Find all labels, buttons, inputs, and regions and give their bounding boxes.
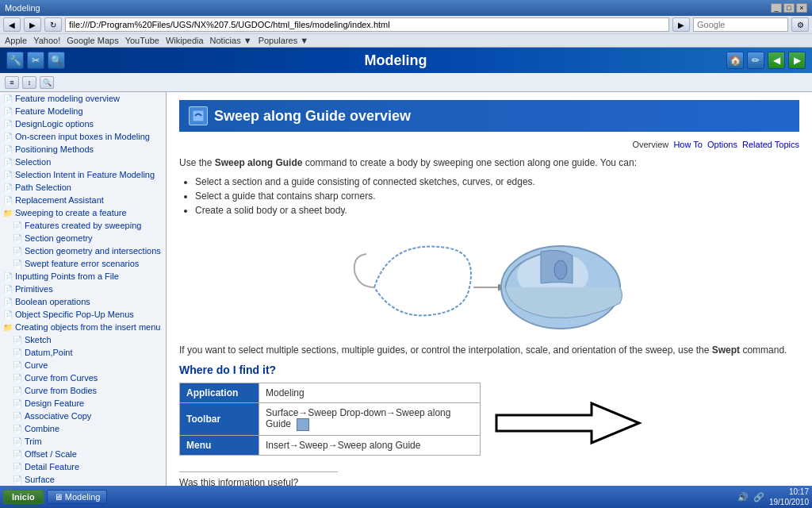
nav-prev-btn[interactable]: ◀ bbox=[768, 52, 785, 69]
taskbar: Inicio 🖥 Modeling 🔊 🔗 10:17 19/10/2010 bbox=[0, 486, 812, 508]
main-layout: 📄 Feature modeling overview 📄 Feature Mo… bbox=[0, 92, 812, 489]
sidebar-item-section-intersections[interactable]: 📄 Section geometry and intersections bbox=[0, 244, 166, 257]
sidebar-item-onscreen[interactable]: 📄 On-screen input boxes in Modeling bbox=[0, 130, 166, 143]
nav-next-btn[interactable]: ▶ bbox=[788, 52, 806, 69]
stb-btn-2[interactable]: ↕ bbox=[22, 76, 36, 89]
sidebar-item-offset-scale[interactable]: 📄 Offset / Scale bbox=[0, 448, 166, 460]
table-label-menu: Menu bbox=[180, 436, 259, 456]
table-row-menu: Menu Insert→Sweep→Sweep along Guide bbox=[180, 436, 481, 456]
doc-icon: 📄 bbox=[13, 221, 22, 230]
doc-icon: 📄 bbox=[3, 158, 13, 167]
wikipedia-bookmark[interactable]: Wikipedia bbox=[166, 36, 204, 45]
page-header: Sweep along Guide overview bbox=[179, 100, 799, 132]
maximize-btn[interactable]: □ bbox=[783, 3, 795, 13]
taskbar-item-modeling[interactable]: 🖥 Modeling bbox=[47, 490, 108, 504]
sidebar-item-section-geom[interactable]: 📄 Section geometry bbox=[0, 232, 166, 244]
sidebar-item-curve-from-bodies[interactable]: 📄 Curve from Bodies bbox=[0, 384, 166, 397]
youtube-bookmark[interactable]: YouTube bbox=[125, 36, 159, 45]
bullet-item-3: Create a solid body or a sheet body. bbox=[195, 205, 799, 216]
options-link[interactable]: Options bbox=[707, 140, 737, 149]
sidebar-item-swept-error[interactable]: 📄 Swept feature error scenarios bbox=[0, 257, 166, 270]
overview-links: Overview How To Options Related Topics bbox=[179, 140, 799, 149]
sidebar-item-primitives[interactable]: 📄 Primitives bbox=[0, 283, 166, 295]
tool-btn-3[interactable]: 🔍 bbox=[48, 52, 65, 69]
doc-icon: 📄 bbox=[13, 399, 22, 408]
doc-icon: 📄 bbox=[3, 120, 13, 129]
populares-bookmark[interactable]: Populares ▼ bbox=[259, 36, 308, 45]
nav-bar: ◀ ▶ ↻ ▶ ⚙ bbox=[0, 16, 812, 33]
how-to-link[interactable]: How To bbox=[673, 140, 702, 149]
table-value-menu: Insert→Sweep→Sweep along Guide bbox=[259, 436, 481, 456]
doc-icon: 📄 bbox=[13, 463, 22, 471]
search-input[interactable] bbox=[693, 17, 788, 32]
sidebar-item-path-selection[interactable]: 📄 Path Selection bbox=[0, 181, 166, 194]
forward-btn[interactable]: ▶ bbox=[24, 17, 41, 32]
sidebar-item-creating-objects[interactable]: 📁 Creating objects from the insert menu bbox=[0, 321, 166, 333]
sidebar-item-positioning[interactable]: 📄 Positioning Methods bbox=[0, 143, 166, 156]
yahoo-bookmark[interactable]: Yahoo! bbox=[33, 36, 60, 45]
page-title: Sweep along Guide overview bbox=[214, 108, 411, 125]
sidebar-item-design-feature[interactable]: 📄 Design Feature bbox=[0, 397, 166, 410]
folder-icon: 📁 bbox=[3, 209, 13, 217]
doc-icon: 📄 bbox=[3, 107, 13, 116]
googlemaps-bookmark[interactable]: Google Maps bbox=[67, 36, 118, 45]
bookmarks-bar: Apple Yahoo! Google Maps YouTube Wikiped… bbox=[0, 33, 812, 47]
sidebar-item-surface[interactable]: 📄 Surface bbox=[0, 473, 166, 486]
sidebar-item-feature-modeling-overview[interactable]: 📄 Feature modeling overview bbox=[0, 92, 166, 105]
sidebar-item-inputting-points[interactable]: 📄 Inputting Points from a File bbox=[0, 270, 166, 283]
apple-bookmark[interactable]: Apple bbox=[5, 36, 27, 45]
noticias-bookmark[interactable]: Noticias ▼ bbox=[210, 36, 252, 45]
stb-btn-3[interactable]: 🔍 bbox=[40, 76, 54, 89]
reload-btn[interactable]: ↻ bbox=[44, 17, 62, 32]
sidebar-item-designlogic[interactable]: 📄 DesignLogic options bbox=[0, 117, 166, 130]
sidebar-item-curve-from-curves[interactable]: 📄 Curve from Curves bbox=[0, 371, 166, 384]
stb-btn-1[interactable]: ≡ bbox=[5, 76, 19, 89]
tool-btn-1[interactable]: 🔧 bbox=[6, 52, 24, 69]
sidebar-item-selection-intent[interactable]: 📄 Selection Intent in Feature Modeling bbox=[0, 168, 166, 181]
sidebar-item-curve[interactable]: 📄 Curve bbox=[0, 359, 166, 371]
home-btn[interactable]: 🏠 bbox=[726, 52, 744, 69]
table-value-application: Modeling bbox=[259, 383, 481, 403]
doc-icon: 📄 bbox=[3, 171, 13, 179]
sidebar-item-selection[interactable]: 📄 Selection bbox=[0, 156, 166, 168]
doc-icon: 📄 bbox=[13, 348, 22, 357]
window-controls[interactable]: _ □ × bbox=[771, 3, 807, 13]
minimize-btn[interactable]: _ bbox=[771, 3, 782, 13]
doc-icon: 📄 bbox=[13, 247, 22, 256]
settings-btn[interactable]: ⚙ bbox=[791, 17, 809, 32]
app-header: 🔧 ✂ 🔍 Modeling 🏠 ✏ ◀ ▶ bbox=[0, 48, 812, 73]
doc-icon: 📄 bbox=[13, 336, 22, 344]
pencil-btn[interactable]: ✏ bbox=[747, 52, 764, 69]
svg-rect-0 bbox=[193, 110, 204, 121]
diagram-area bbox=[179, 224, 799, 335]
sidebar-item-feature-modeling[interactable]: 📄 Feature Modeling bbox=[0, 105, 166, 117]
taskbar-clock: 10:17 19/10/2010 bbox=[769, 487, 809, 507]
related-topics-link[interactable]: Related Topics bbox=[742, 140, 799, 149]
address-bar[interactable] bbox=[65, 17, 669, 32]
sidebar-item-associative-copy[interactable]: 📄 Associative Copy bbox=[0, 410, 166, 422]
back-btn[interactable]: ◀ bbox=[3, 17, 21, 32]
tool-btn-2[interactable]: ✂ bbox=[27, 52, 44, 69]
svg-marker-5 bbox=[496, 403, 639, 443]
sidebar-item-sketch[interactable]: 📄 Sketch bbox=[0, 333, 166, 346]
sidebar-item-replacement[interactable]: 📄 Replacement Assistant bbox=[0, 194, 166, 206]
table-row-toolbar: Toolbar Surface→Sweep Drop-down→Sweep al… bbox=[180, 403, 481, 436]
sidebar-item-sweeping[interactable]: 📁 Sweeping to create a feature bbox=[0, 206, 166, 219]
close-btn[interactable]: × bbox=[796, 3, 807, 13]
start-button[interactable]: Inicio bbox=[3, 490, 44, 504]
table-label-toolbar: Toolbar bbox=[180, 403, 259, 436]
sidebar-item-detail-feature[interactable]: 📄 Detail Feature bbox=[0, 460, 166, 473]
app-toolbar-left: 🔧 ✂ 🔍 bbox=[6, 52, 65, 69]
browser-chrome: ◀ ▶ ↻ ▶ ⚙ Apple Yahoo! Google Maps YouTu… bbox=[0, 16, 812, 48]
sidebar-item-boolean[interactable]: 📄 Boolean operations bbox=[0, 295, 166, 308]
sidebar-item-features-sweeping[interactable]: 📄 Features created by sweeping bbox=[0, 219, 166, 232]
sidebar-item-combine[interactable]: 📄 Combine bbox=[0, 422, 166, 435]
go-btn[interactable]: ▶ bbox=[672, 17, 690, 32]
find-table: Application Modeling Toolbar Surface→Swe… bbox=[179, 383, 481, 456]
sidebar-item-popup[interactable]: 📄 Object Specific Pop-Up Menus bbox=[0, 308, 166, 321]
sidebar-item-trim[interactable]: 📄 Trim bbox=[0, 435, 166, 448]
svg-point-4 bbox=[554, 260, 567, 279]
doc-icon: 📄 bbox=[3, 133, 13, 141]
modeling-icon: 🖥 bbox=[54, 492, 63, 502]
sidebar-item-datum[interactable]: 📄 Datum,Point bbox=[0, 346, 166, 359]
